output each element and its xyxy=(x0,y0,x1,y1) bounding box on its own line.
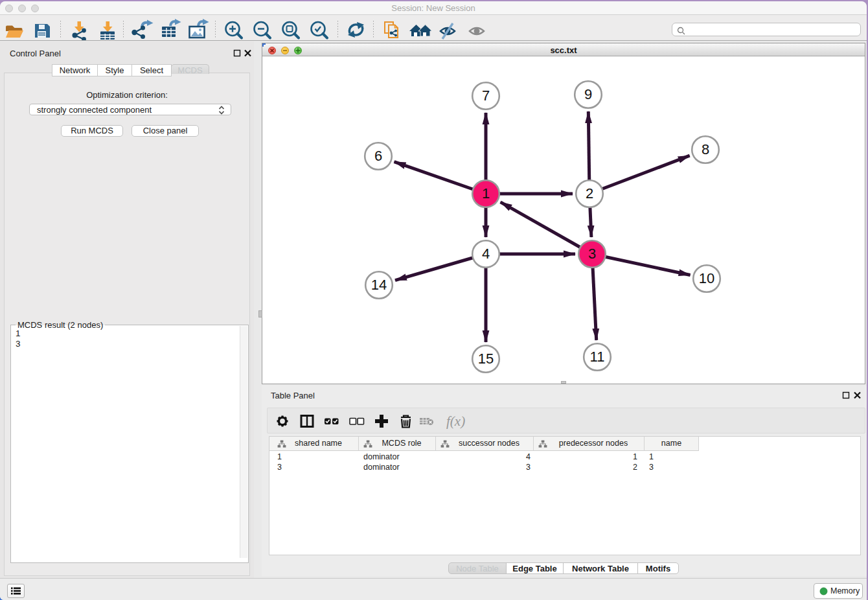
svg-text:4: 4 xyxy=(482,246,490,262)
svg-text:9: 9 xyxy=(584,86,592,102)
svg-text:7: 7 xyxy=(482,87,490,104)
svg-text:6: 6 xyxy=(374,148,382,164)
svg-text:11: 11 xyxy=(590,349,605,365)
svg-text:14: 14 xyxy=(371,277,387,293)
svg-text:10: 10 xyxy=(699,270,714,286)
svg-text:3: 3 xyxy=(588,246,596,262)
svg-text:1: 1 xyxy=(482,185,490,202)
svg-text:f(x): f(x) xyxy=(446,413,465,429)
svg-text:8: 8 xyxy=(702,141,709,157)
svg-text:2: 2 xyxy=(586,185,593,202)
svg-text:15: 15 xyxy=(478,351,494,367)
